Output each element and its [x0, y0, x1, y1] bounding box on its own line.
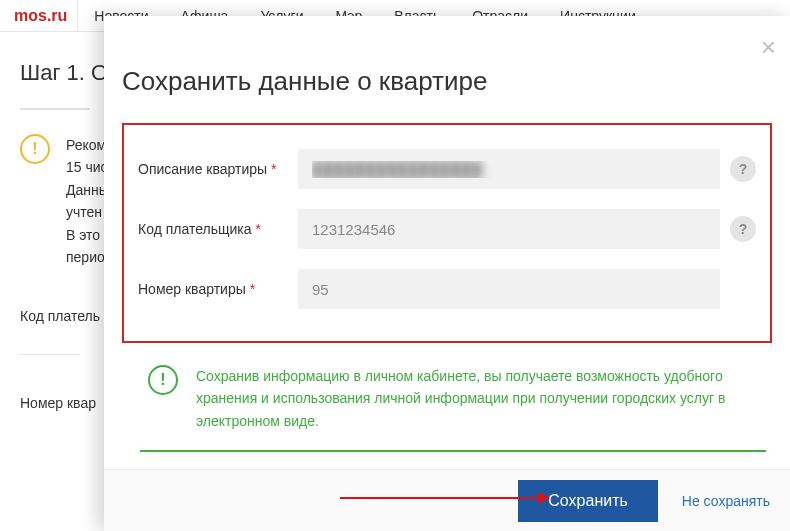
payer-code-input[interactable]: [298, 209, 720, 249]
help-icon[interactable]: ?: [730, 216, 756, 242]
bg-notice-line: Реком: [66, 134, 109, 156]
modal-title: Сохранить данные о квартире: [122, 66, 772, 97]
save-button[interactable]: Сохранить: [518, 480, 658, 522]
warning-icon: !: [20, 134, 50, 164]
info-row: ! Сохранив информацию в личном кабинете,…: [122, 343, 772, 432]
highlighted-form-area: Описание квартиры * ? Код плательщика * …: [122, 123, 772, 343]
bg-notice-line: Данны: [66, 179, 109, 201]
site-logo[interactable]: mos.ru: [4, 0, 78, 32]
bg-notice-line: 15 чис: [66, 156, 109, 178]
save-apartment-modal: × Сохранить данные о квартире Описание к…: [104, 16, 790, 531]
description-input[interactable]: [298, 149, 720, 189]
payer-code-label: Код плательщика *: [138, 220, 298, 238]
green-separator: [140, 450, 766, 452]
help-icon[interactable]: ?: [730, 156, 756, 182]
info-icon: !: [148, 365, 178, 395]
modal-footer: Сохранить Не сохранять: [104, 469, 790, 531]
apartment-number-label: Номер квартиры *: [138, 280, 298, 298]
bg-notice-line: перио: [66, 246, 109, 268]
close-icon[interactable]: ×: [761, 34, 776, 60]
description-label: Описание квартиры *: [138, 160, 298, 178]
info-text: Сохранив информацию в личном кабинете, в…: [196, 365, 762, 432]
field-row-apartment: Номер квартиры *: [124, 259, 770, 319]
bg-notice-text: Реком 15 чис Данны учтен В это перио: [66, 134, 109, 268]
field-row-payer: Код плательщика * ?: [124, 199, 770, 259]
bg-notice-line: учтен: [66, 201, 109, 223]
field-row-description: Описание квартиры * ?: [124, 139, 770, 199]
apartment-number-input[interactable]: [298, 269, 720, 309]
cancel-link[interactable]: Не сохранять: [682, 493, 770, 509]
bg-notice-line: В это: [66, 224, 109, 246]
